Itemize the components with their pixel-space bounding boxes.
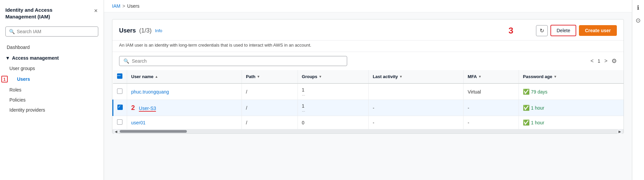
users-count: (1/3) — [139, 27, 152, 34]
breadcrumb: IAM > Users — [104, 0, 632, 12]
last-activity-filter-icon: ▼ — [399, 75, 402, 78]
row2-groups-ellipsis: … — [302, 109, 364, 112]
right-sidebar: ℹ ⊙ — [632, 0, 644, 180]
row2-last-activity-cell: - — [369, 100, 464, 116]
th-path[interactable]: Path ▼ — [242, 70, 298, 83]
breadcrumb-iam-link[interactable]: IAM — [112, 3, 120, 9]
page-number: 1 — [598, 58, 600, 64]
row2-groups-cell: 1 … — [298, 100, 368, 116]
row2-username-link[interactable]: User-S3 — [139, 106, 156, 112]
delete-button[interactable]: Delete — [550, 25, 576, 36]
annotation-3: 3 — [508, 25, 513, 36]
sidebar-nav: Dashboard ▼ Access management User group… — [0, 42, 104, 118]
sidebar-item-roles[interactable]: Roles — [0, 85, 104, 95]
row3-pw-age: ✅ 1 hour — [523, 119, 620, 126]
create-user-button[interactable]: Create user — [579, 25, 617, 36]
row1-pw-age-icon: ✅ — [523, 88, 530, 95]
horizontal-scrollbar[interactable]: ◀ ▶ — [112, 129, 624, 133]
sidebar-item-dashboard[interactable]: Dashboard — [0, 42, 104, 53]
row3-groups-cell: 0 — [298, 116, 368, 129]
users-panel-header: Users (1/3) Info 3 ↻ Delete Create user — [112, 19, 624, 41]
table-settings-button[interactable]: ⚙ — [611, 57, 617, 65]
table-search-box[interactable]: 🔍 — [119, 56, 347, 66]
row3-path-cell: / — [242, 116, 298, 129]
search-iam-input[interactable] — [17, 29, 95, 34]
mfa-filter-icon: ▼ — [478, 75, 482, 78]
th-checkbox[interactable] — [113, 70, 127, 83]
row2-checkbox-cell[interactable] — [113, 100, 127, 116]
search-row: 🔍 < 1 > ⚙ — [112, 52, 624, 70]
table-row: user01 / 0 - - ✅ 1 hour — [113, 116, 624, 129]
row1-checkbox[interactable] — [117, 88, 122, 94]
row2-pw-age: ✅ 1 hour — [523, 105, 620, 111]
sidebar-search-area: 🔍 — [0, 24, 104, 42]
row3-mfa-cell: - — [464, 116, 519, 129]
breadcrumb-separator: > — [122, 3, 125, 9]
row1-password-age-cell: ✅ 79 days — [519, 83, 624, 100]
th-last-activity[interactable]: Last activity ▼ — [369, 70, 464, 83]
next-page-button[interactable]: > — [603, 57, 609, 65]
row2-checkbox[interactable] — [117, 105, 123, 110]
row3-checkbox[interactable] — [117, 119, 122, 125]
sidebar-item-users-label: Users — [8, 76, 30, 82]
row3-password-age-cell: ✅ 1 hour — [519, 116, 624, 129]
th-groups[interactable]: Groups ▼ — [298, 70, 368, 83]
sidebar-item-user-groups[interactable]: User groups — [0, 63, 104, 73]
row2-username-cell: 2 User-S3 — [127, 100, 242, 116]
page-content: Users (1/3) Info 3 ↻ Delete Create user … — [104, 12, 632, 180]
row3-pw-age-icon: ✅ — [523, 119, 530, 126]
info-icon-button[interactable]: ℹ — [636, 3, 641, 13]
groups-filter-icon: ▼ — [319, 75, 322, 78]
users-table: User name ▲ Path ▼ — [112, 70, 624, 129]
users-annotation-badge: 1 — [1, 76, 8, 82]
refresh-button[interactable]: ↻ — [536, 25, 548, 36]
sidebar-section-access-management[interactable]: ▼ Access management — [0, 53, 104, 63]
table-search-icon: 🔍 — [123, 58, 129, 64]
users-panel-description: An IAM user is an identity with long-ter… — [112, 41, 624, 52]
table-row: phuc.truongquang / 1 … Virtual — [113, 83, 624, 100]
row1-pw-age: ✅ 79 days — [523, 88, 620, 95]
scroll-left-button[interactable]: ◀ — [114, 129, 118, 134]
table-row: 2 User-S3 / 1 … - - — [113, 100, 624, 116]
row3-username-link[interactable]: user01 — [131, 120, 146, 125]
th-mfa[interactable]: MFA ▼ — [464, 70, 519, 83]
search-icon: 🔍 — [9, 29, 15, 34]
row1-groups-ellipsis: … — [302, 93, 364, 96]
header-actions: 3 ↻ Delete Create user — [508, 25, 617, 36]
main-content: IAM > Users Users (1/3) Info 3 ↻ Delete … — [104, 0, 632, 180]
sidebar-item-policies[interactable]: Policies — [0, 95, 104, 105]
th-password-age[interactable]: Password age ▼ — [519, 70, 624, 83]
scroll-right-button[interactable]: ▶ — [618, 129, 622, 134]
sidebar-header: Identity and AccessManagement (IAM) × — [0, 0, 104, 24]
scroll-thumb[interactable] — [120, 130, 187, 133]
breadcrumb-current: Users — [127, 3, 140, 9]
row1-groups-cell: 1 … — [298, 83, 368, 100]
row2-mfa-cell: - — [464, 100, 519, 116]
history-icon-button[interactable]: ⊙ — [634, 15, 642, 25]
sidebar-item-identity-providers[interactable]: Identity providers — [0, 105, 104, 115]
row3-username-cell: user01 — [127, 116, 242, 129]
row3-last-activity-cell: - — [369, 116, 464, 129]
sidebar-search-box[interactable]: 🔍 — [5, 26, 98, 37]
close-button[interactable]: × — [93, 7, 98, 15]
users-panel: Users (1/3) Info 3 ↻ Delete Create user … — [112, 19, 624, 134]
info-link[interactable]: Info — [155, 28, 162, 33]
row2-path-cell: / — [242, 100, 298, 116]
username-sort-icon: ▲ — [155, 75, 158, 78]
select-all-checkbox[interactable] — [117, 73, 122, 79]
prev-page-button[interactable]: < — [589, 57, 595, 65]
row1-path-cell: / — [242, 83, 298, 100]
row1-username-link[interactable]: phuc.truongquang — [131, 89, 169, 95]
sidebar-item-users-row[interactable]: 1 Users — [0, 73, 104, 85]
users-title-row: Users (1/3) Info — [119, 27, 162, 34]
row1-mfa-cell: Virtual — [464, 83, 519, 100]
table-search-input[interactable] — [132, 58, 343, 64]
users-panel-title: Users — [119, 27, 136, 34]
row1-checkbox-cell[interactable] — [113, 83, 127, 100]
chevron-down-icon: ▼ — [5, 55, 10, 61]
row3-checkbox-cell[interactable] — [113, 116, 127, 129]
pagination: < 1 > ⚙ — [589, 57, 617, 65]
users-table-container: User name ▲ Path ▼ — [112, 70, 624, 129]
row1-last-activity-cell — [369, 83, 464, 100]
th-username[interactable]: User name ▲ — [127, 70, 242, 83]
